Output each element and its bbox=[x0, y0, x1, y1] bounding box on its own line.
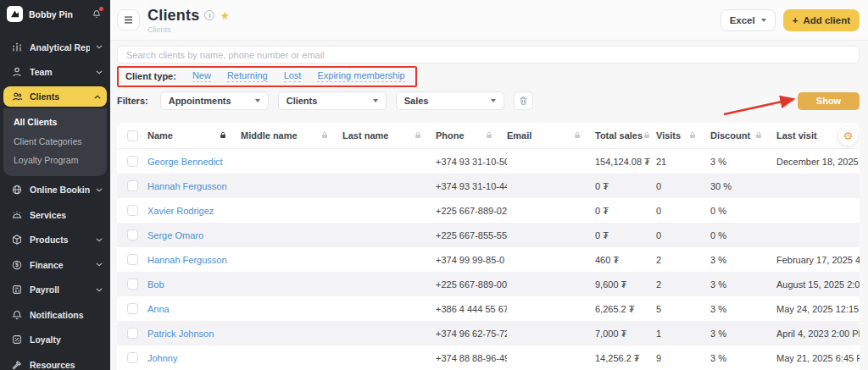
submenu-item-client-categories[interactable]: Client Categories bbox=[3, 132, 107, 152]
row-checkbox[interactable] bbox=[127, 328, 138, 339]
column-header-name[interactable]: Name bbox=[147, 130, 241, 141]
sidebar-item-notifications[interactable]: Notifications bbox=[0, 302, 110, 328]
table-row: Anna +386 4 444 55 67 6,265.2 ₮ 5 3 % Ma… bbox=[117, 296, 860, 321]
column-header-phone[interactable]: Phone bbox=[436, 130, 507, 141]
client-name-link[interactable]: Bob bbox=[147, 279, 241, 290]
row-checkbox[interactable] bbox=[127, 205, 138, 216]
main-area: Clients i ★ Clients Excel + Add client C… bbox=[110, 0, 868, 370]
client-name-link[interactable]: Johnny bbox=[147, 353, 241, 363]
column-header-visits[interactable]: Visits bbox=[656, 130, 710, 141]
add-client-label: Add client bbox=[803, 15, 850, 25]
visits-cell: 21 bbox=[656, 157, 710, 167]
sidebar-item-payroll[interactable]: Payroll bbox=[0, 278, 110, 303]
client-type-lost-link[interactable]: Lost bbox=[284, 70, 302, 82]
client-name-link[interactable]: George Bennedict bbox=[147, 157, 241, 167]
favorite-star-icon[interactable]: ★ bbox=[220, 10, 230, 21]
column-header-total-sales[interactable]: Total sales bbox=[595, 130, 656, 141]
page-title: Clients bbox=[147, 7, 199, 25]
lock-icon[interactable] bbox=[320, 130, 329, 141]
client-type-returning-link[interactable]: Returning bbox=[227, 70, 268, 82]
sidebar-item-finance[interactable]: $ Finance bbox=[0, 252, 110, 278]
notification-bell-icon[interactable] bbox=[92, 8, 102, 19]
column-header-discount[interactable]: Discount bbox=[710, 130, 776, 141]
discount-cell: 30 % bbox=[710, 181, 776, 191]
menu-toggle-button[interactable] bbox=[117, 9, 140, 30]
lock-icon[interactable] bbox=[643, 130, 651, 141]
notifications-icon bbox=[10, 309, 24, 321]
show-button[interactable]: Show bbox=[798, 92, 860, 110]
sidebar-item-online-booking[interactable]: Online Booking bbox=[0, 178, 110, 203]
last-visit-cell: May 24, 2025 12:15 PM bbox=[776, 304, 860, 314]
discount-cell: 3 % bbox=[710, 329, 776, 339]
column-header-middle-name[interactable]: Middle name bbox=[241, 130, 342, 141]
submenu-item-all-clients[interactable]: All Clients bbox=[3, 113, 107, 132]
lock-icon[interactable] bbox=[573, 130, 581, 141]
sidebar-item-label: Payroll bbox=[30, 284, 90, 295]
table-settings-gear-icon[interactable]: ⚙ bbox=[838, 126, 858, 146]
client-name-link[interactable]: Hannah Fergusson bbox=[147, 255, 241, 265]
last-visit-cell: December 18, 2025 12:30 PM bbox=[776, 157, 860, 167]
client-name-link[interactable]: Hannah Fergusson bbox=[147, 181, 241, 191]
excel-export-button[interactable]: Excel bbox=[721, 9, 776, 31]
table-row: Xavier Rodrigez +225 667-889-022 0 ₮ 0 0… bbox=[117, 198, 860, 223]
total-sales-cell: 0 ₮ bbox=[595, 181, 656, 191]
lock-icon[interactable] bbox=[485, 130, 493, 141]
client-name-link[interactable]: Patrick Johnson bbox=[147, 329, 241, 339]
app-window: Bobby Pin Analytical Reports Team bbox=[0, 0, 868, 370]
filter-dropdown-clients[interactable]: Clients bbox=[278, 91, 387, 110]
sidebar-item-resources[interactable]: Resources bbox=[0, 352, 110, 370]
filters-label: Filters: bbox=[117, 96, 148, 106]
row-checkbox[interactable] bbox=[127, 229, 138, 240]
client-type-new-link[interactable]: New bbox=[192, 70, 211, 82]
service-bell-icon bbox=[10, 209, 24, 221]
brand-row[interactable]: Bobby Pin bbox=[0, 3, 110, 25]
lock-icon[interactable] bbox=[219, 130, 227, 141]
discount-cell: 0 % bbox=[710, 230, 776, 240]
client-name-link[interactable]: Serge Omaro bbox=[147, 230, 241, 240]
sidebar-item-products[interactable]: Products bbox=[0, 228, 110, 253]
select-all-checkbox[interactable] bbox=[127, 130, 138, 141]
lock-icon[interactable] bbox=[688, 130, 697, 141]
column-header-email[interactable]: Email bbox=[507, 130, 595, 141]
table-row: Serge Omaro +225 667-855-555 0 ₮ 0 0 % bbox=[117, 223, 860, 247]
row-checkbox[interactable] bbox=[127, 254, 138, 265]
clients-table: Name Middle name Last name Phone bbox=[117, 123, 860, 370]
row-checkbox[interactable] bbox=[127, 279, 138, 290]
sidebar-item-team[interactable]: Team bbox=[0, 60, 110, 86]
title-block: Clients i ★ Clients bbox=[147, 7, 230, 34]
filter-dropdown-sales[interactable]: Sales bbox=[396, 91, 504, 110]
phone-cell: +374 99 99-85-0 bbox=[436, 255, 507, 265]
sidebar-item-services[interactable]: Services bbox=[0, 202, 110, 228]
visits-cell: 2 bbox=[656, 255, 710, 265]
row-checkbox[interactable] bbox=[127, 156, 138, 167]
client-name-link[interactable]: Xavier Rodrigez bbox=[147, 206, 241, 216]
table-row: Patrick Johnson +374 96 62-75-72 7,000 ₮… bbox=[117, 321, 860, 345]
sidebar-item-analytical-reports[interactable]: Analytical Reports bbox=[0, 35, 110, 60]
lock-icon[interactable] bbox=[754, 130, 763, 141]
table-row: Johnny +374 88 88-96-49 14,256.2 ₮ 9 3 %… bbox=[117, 345, 860, 370]
visits-cell: 0 bbox=[656, 230, 710, 240]
finance-icon: $ bbox=[10, 259, 24, 271]
client-type-expiring-membership-link[interactable]: Expiring membership bbox=[317, 70, 404, 82]
clear-filters-button[interactable] bbox=[514, 91, 533, 110]
add-client-button[interactable]: + Add client bbox=[783, 9, 860, 31]
sidebar-item-clients[interactable]: Clients bbox=[3, 86, 107, 107]
column-header-last-name[interactable]: Last name bbox=[342, 130, 436, 141]
phone-cell: +225 667-855-555 bbox=[436, 230, 507, 240]
row-checkbox[interactable] bbox=[127, 303, 138, 314]
sidebar-item-loyalty[interactable]: Loyalty bbox=[0, 328, 110, 353]
total-sales-cell: 7,000 ₮ bbox=[595, 329, 656, 339]
row-checkbox[interactable] bbox=[127, 352, 138, 363]
search-input[interactable] bbox=[117, 46, 860, 64]
dropdown-value: Appointments bbox=[169, 96, 231, 106]
last-visit-cell: February 17, 2025 4:30 PM bbox=[776, 255, 860, 265]
chevron-down-icon bbox=[96, 70, 103, 75]
row-checkbox[interactable] bbox=[127, 180, 138, 191]
info-icon[interactable]: i bbox=[204, 10, 214, 20]
client-name-link[interactable]: Anna bbox=[147, 304, 241, 314]
submenu-item-loyalty-program[interactable]: Loyalty Program bbox=[3, 151, 107, 170]
total-sales-cell: 0 ₮ bbox=[595, 230, 656, 240]
lock-icon[interactable] bbox=[414, 130, 422, 141]
sidebar-item-label: Analytical Reports bbox=[30, 42, 90, 52]
filter-dropdown-appointments[interactable]: Appointments bbox=[160, 91, 269, 110]
